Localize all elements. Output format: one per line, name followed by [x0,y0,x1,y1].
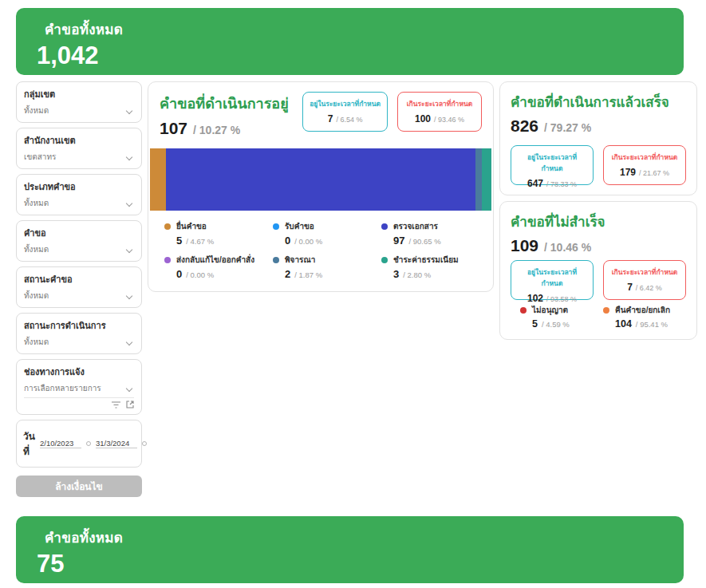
filter-value: ทั้งหมด [24,336,49,348]
breakdown-item-denied: ไม่อนุญาต 5/ 4.59 % [520,304,603,330]
kpi-value: 107 [160,119,187,138]
filter-select[interactable]: ทั้งหมด [24,105,134,116]
legend-percent: / 4.59 % [542,320,570,329]
on-time-badge: อยู่ในระยะเวลาที่กำหนด 647/ 78.33 % [511,145,594,185]
filter-label: ประเภทคำขอ [24,180,134,194]
badge-percent: / 93.58 % [546,295,577,303]
badge-percent: / 93.46 % [434,116,464,124]
date-to-input[interactable] [96,439,137,448]
unsuccessful-card: คำขอที่ไม่สำเร็จ 109 / 10.46 % อยู่ในระย… [499,201,697,340]
stacked-bar-chart [150,148,491,211]
filter-request-status: สถานะคำขอ ทั้งหมด [16,266,142,308]
legend-percent: / 90.65 % [408,237,440,246]
legend-item-consider: พิจารณา 2/ 1.87 % [273,254,381,280]
kpi-percent: / 10.27 % [193,124,240,136]
legend-label: พิจารณา [285,254,315,266]
legend-value: 97 [393,235,404,247]
legend-dot-icon [381,257,388,263]
card-title: คำขอที่ดำเนินการอยู่ [160,92,289,115]
filter-notification-channel: ช่องทางการแจ้ง การเลือกหลายรายการ [16,359,142,415]
overdue-badge: เกินระยะเวลาที่กำหนด 179/ 21.67 % [603,145,686,185]
badge-label: อยู่ในระยะเวลาที่กำหนด [518,152,586,174]
legend-item-submit: ยื่นคำขอ 5/ 4.67 % [164,220,273,247]
badge-value: 102 [527,293,543,304]
filter-value: เขตสาทร [24,151,56,163]
legend-value: 3 [393,268,399,280]
bar-segment-fee[interactable] [482,148,491,211]
legend-dot-icon [164,257,171,263]
bar-segment-consider[interactable] [475,148,482,211]
badge-label: เกินระยะเวลาที่กำหนด [610,152,679,163]
overdue-badge: เกินระยะเวลาที่กำหนด 100 / 93.46 % [397,92,482,132]
filter-select[interactable]: การเลือกหลายรายการ [24,382,134,394]
filter-lines-icon[interactable] [112,401,120,408]
chevron-down-icon [126,338,132,345]
badge-value: 7 [328,113,333,124]
filter-request: คำขอ ทั้งหมด [16,220,142,262]
calendar-icon[interactable] [86,441,91,446]
legend-label: คืนคำขอ/ยกเลิก [615,304,670,316]
bar-legend: ยื่นคำขอ 5/ 4.67 % รับคำขอ 0/ 0.00 % ตรว… [148,211,493,288]
legend-item-check-docs: ตรวจเอกสาร 97/ 90.65 % [381,220,490,247]
kpi-percent: / 79.27 % [544,121,591,134]
legend-label: ยื่นคำขอ [176,220,207,232]
filter-select[interactable]: ทั้งหมด [24,243,134,255]
date-label: วันที่ [23,428,35,459]
badge-label: อยู่ในระยะเวลาที่กำหนด [310,98,381,109]
bar-segment-submit[interactable] [150,148,166,211]
in-progress-card: คำขอที่ดำเนินการอยู่ 107 / 10.27 % อยู่ใ… [148,81,494,292]
legend-value: 0 [285,235,290,247]
filter-select[interactable]: ทั้งหมด [24,336,134,348]
date-from-input[interactable] [40,439,81,448]
legend-value: 104 [615,318,632,330]
legend-dot-icon [381,223,388,230]
filter-label: กลุ่มเขต [24,87,134,101]
chevron-down-icon [126,153,132,160]
legend-item-fee: ชำระค่าธรรมเนียม 3/ 2.80 % [381,254,490,280]
filter-district-office: สำนักงานเขต เขตสาทร [16,128,142,169]
legend-dot-icon [273,257,279,263]
legend-value: 5 [532,318,538,330]
legend-percent: / 1.87 % [294,270,322,279]
chevron-down-icon [126,246,132,252]
chevron-down-icon [126,385,132,391]
chevron-down-icon [126,292,132,298]
badge-label: เกินระยะเวลาที่กำหนด [404,98,475,109]
filter-select[interactable]: ทั้งหมด [24,197,134,209]
filter-value: ทั้งหมด [24,105,49,116]
filter-select[interactable]: ทั้งหมด [24,290,134,302]
bar-segment-check-docs[interactable] [166,148,475,211]
clear-filters-button[interactable]: ล้างเงื่อนไข [16,476,142,497]
legend-value: 5 [176,235,182,247]
filter-district-group: กลุ่มเขต ทั้งหมด [16,81,142,123]
expand-icon[interactable] [126,401,134,408]
badge-label: เกินระยะเวลาที่กำหนด [610,266,679,278]
kpi-percent: / 10.46 % [544,241,591,254]
legend-label: ส่งกลับแก้ไข/ออกคำสั่ง [176,254,254,266]
filter-select[interactable]: เขตสาทร [24,151,134,163]
kpi-value: 109 [511,236,538,255]
filter-operation-status: สถานะการดำเนินการ ทั้งหมด [16,313,142,354]
legend-value: 0 [176,268,182,280]
overdue-badge: เกินระยะเวลาที่กำหนด 7/ 6.42 % [603,260,686,300]
dashboard-panel: คำขอทั้งหมด 1,042 กลุ่มเขต ทั้งหมด สำนัก… [16,8,684,497]
on-time-badge: อยู่ในระยะเวลาที่กำหนด 102/ 93.58 % [511,260,594,300]
badge-value: 647 [527,178,543,189]
filter-value: การเลือกหลายรายการ [24,382,101,394]
kpi-value: 826 [511,116,538,136]
calendar-icon[interactable] [142,441,147,446]
legend-label: ชำระค่าธรรมเนียม [393,254,459,266]
legend-dot-icon [520,307,527,314]
filter-label: สำนักงานเขต [24,133,134,148]
legend-percent: / 0.00 % [294,237,322,246]
filter-request-type: ประเภทคำขอ ทั้งหมด [16,174,142,215]
badge-percent: / 6.54 % [336,116,362,124]
filter-value: ทั้งหมด [24,197,49,209]
completed-card: คำขอที่ดำเนินการแล้วเสร็จ 826 / 79.27 % … [499,81,697,195]
legend-dot-icon [273,223,279,230]
legend-item-receive: รับคำขอ 0/ 0.00 % [273,220,381,247]
filter-value: ทั้งหมด [24,243,49,255]
banner-title: คำขอทั้งหมด [37,18,663,40]
total-requests-banner: คำขอทั้งหมด 75 [16,516,684,583]
badge-percent: / 6.42 % [636,284,662,292]
